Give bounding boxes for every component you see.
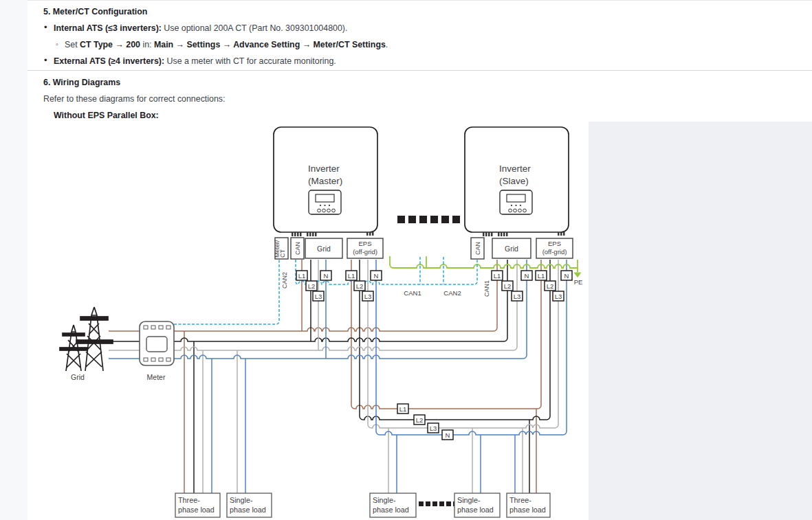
tag-l3: L3 [430, 425, 437, 432]
port-can-slave-label: CAN [474, 242, 481, 255]
tag-l1: L1 [399, 405, 407, 413]
can2-vertical-label: CAN2 [281, 272, 288, 289]
load-single-phase-mid-left: Single- phase load [370, 493, 416, 517]
tag-l2: L2 [308, 282, 316, 290]
tag-l3: L3 [514, 293, 521, 300]
section5-heading: 5. Meter/CT Configuration [43, 7, 147, 16]
tag-n: N [446, 431, 450, 439]
tag-l3: L3 [315, 293, 322, 300]
load-label-line2: phase load [373, 506, 409, 514]
inverter-master: Inverter (Master) [274, 127, 377, 236]
sub-strong1: CT Type → 200 [80, 40, 140, 49]
inverter-master-label-line2: (Master) [308, 176, 342, 186]
section6-bullet-strong: Without EPS Parallel Box: [54, 111, 159, 120]
tag-l3: L3 [364, 293, 372, 300]
tag-l1: L1 [348, 272, 355, 280]
bullet2-rest: Use a meter with CT for accurate monitor… [164, 56, 336, 66]
load-label-line1: Single- [457, 496, 481, 504]
tag-n: N [525, 272, 529, 280]
bullet-icon: • [44, 55, 47, 65]
load-label-line2: phase load [509, 506, 546, 514]
bullet1-strong: Internal ATS (≤3 inverters): [54, 23, 162, 33]
tag-l2: L2 [547, 282, 554, 290]
bullet1-rest: Use optional 200A CT (Part No. 309301004… [162, 23, 347, 33]
sub-pre: Set [65, 40, 80, 49]
grid-node-label: Grid [71, 373, 85, 381]
tag-n: N [564, 272, 569, 280]
load-single-phase-left: Single- phase load [227, 493, 272, 517]
port-eps-master-label2: (off-grid) [353, 248, 377, 256]
sub-end: . [386, 40, 388, 49]
load-label-line1: Single- [373, 496, 396, 504]
can1-vertical-label: CAN1 [483, 280, 490, 297]
tag-l3: L3 [555, 293, 562, 300]
load-label-line2: phase load [178, 506, 215, 514]
section6-intro: Refer to these diagrams for correct conn… [43, 94, 225, 104]
wiring-diagram: Grid Meter Inverter (Master) [55, 122, 589, 520]
port-eps-slave-label2: (off-grid) [542, 248, 567, 256]
inverter-display-icon [309, 190, 341, 214]
tag-l2: L2 [504, 282, 512, 290]
bullet-icon: • [44, 22, 47, 32]
section6-bullet: Without EPS Parallel Box: [54, 111, 159, 120]
load-label-line2: phase load [230, 506, 266, 514]
meter-box [140, 321, 174, 365]
inverter-display-icon [500, 190, 532, 214]
load-single-phase-mid-right: Single- phase load [454, 493, 500, 517]
sub-bullet-icon: ◦ [56, 40, 58, 48]
load-label-line1: Three- [178, 496, 200, 504]
section-divider [28, 70, 812, 71]
tag-n: N [324, 272, 329, 280]
can1-label: CAN1 [404, 289, 421, 297]
inverter-master-label-line1: Inverter [308, 163, 340, 174]
inverter-slave-label-line1: Inverter [499, 163, 531, 174]
port-grid-master-label: Grid [317, 245, 331, 253]
inverter-slave-label-line2: (Slave) [499, 176, 529, 186]
port-eps-master-label1: EPS [358, 240, 371, 247]
section5-subbullet: Set CT Type → 200 in: Main → Settings → … [65, 40, 388, 49]
page-left-margin [0, 0, 28, 520]
pe-label: PE [574, 278, 583, 286]
sub-strong2: Main → Settings → Advance Setting → Mete… [154, 40, 386, 49]
page-right-background [589, 122, 812, 520]
port-eps-slave-label1: EPS [548, 240, 561, 247]
load-label-line2: phase load [457, 506, 494, 514]
port-grid-slave-label: Grid [505, 245, 518, 253]
load-three-phase-right: Three- phase load [507, 493, 550, 517]
tag-l2: L2 [416, 416, 424, 424]
inverter-slave: Inverter (Slave) [465, 127, 569, 236]
load-three-phase-left: Three- phase load [175, 493, 220, 517]
section5-bullet1: Internal ATS (≤3 inverters): Use optiona… [54, 23, 347, 33]
top-divider [28, 0, 812, 1]
tag-l1: L1 [298, 272, 306, 280]
section6-heading: 6. Wiring Diagrams [43, 78, 120, 87]
meter-node-label: Meter [147, 373, 166, 381]
sub-mid: in: [140, 40, 154, 49]
tag-n: N [374, 272, 379, 280]
tag-l1: L1 [494, 272, 501, 280]
section5-bullet2: External ATS (≥4 inverters): Use a meter… [54, 56, 336, 66]
tag-l2: L2 [356, 282, 364, 290]
tag-l1: L1 [538, 272, 545, 280]
port-can-master-label: CAN [294, 242, 301, 255]
can2-label: CAN2 [443, 289, 461, 297]
load-label-line1: Three- [509, 496, 531, 504]
load-label-line1: Single- [230, 496, 253, 504]
bullet2-strong: External ATS (≥4 inverters): [54, 56, 164, 66]
